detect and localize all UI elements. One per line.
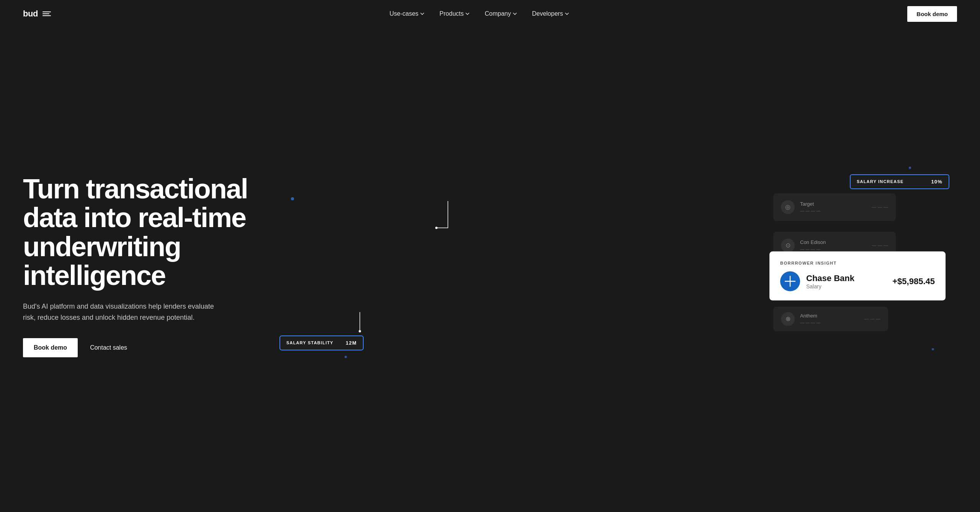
target-value: — — —: [872, 204, 888, 210]
nav-link-company[interactable]: Company: [485, 10, 516, 17]
logo-line-1: [42, 11, 51, 12]
hero-title: Turn transactional data into real-time u…: [23, 175, 260, 290]
target-label: Target: [800, 201, 820, 207]
nav-label-use-cases: Use-cases: [390, 10, 419, 17]
borrower-insight-label: BORRROWER INSIGHT: [780, 260, 935, 265]
nav-item-products[interactable]: Products: [439, 10, 469, 17]
nav-label-products: Products: [439, 10, 464, 17]
salary-increase-label: SALARY INCREASE: [857, 179, 904, 184]
nav-link-use-cases[interactable]: Use-cases: [390, 10, 425, 17]
anthem-value: — — —: [864, 316, 880, 322]
contact-sales-button[interactable]: Contact sales: [90, 344, 127, 351]
nav-link-developers[interactable]: Developers: [532, 10, 569, 17]
chevron-down-icon-2: [466, 13, 469, 15]
conedison-label: Con Edison: [800, 239, 826, 245]
bank-info: Chase Bank Salary: [806, 273, 886, 289]
svg-point-4: [359, 330, 361, 332]
logo[interactable]: bud: [23, 9, 51, 19]
target-card-text: Target — — — —: [800, 201, 820, 213]
conedison-sub: — — — —: [800, 247, 826, 251]
logo-text: bud: [23, 9, 38, 19]
conedison-icon: ⊙: [781, 239, 795, 252]
anthem-card-text: Anthem — — — —: [800, 313, 820, 325]
svg-point-3: [435, 227, 438, 229]
target-icon: ◎: [781, 200, 795, 214]
bank-row: Chase Bank Salary +$5,985.45: [780, 271, 935, 291]
book-demo-nav-button[interactable]: Book demo: [907, 6, 957, 22]
hero-section: Turn transactional data into real-time u…: [0, 28, 980, 512]
conedison-card-text: Con Edison — — — —: [800, 239, 826, 251]
anthem-sub: — — — —: [800, 320, 820, 325]
nav-label-developers: Developers: [532, 10, 563, 17]
logo-lines-icon: [42, 11, 51, 16]
dot-1: [291, 197, 294, 200]
logo-line-2: [42, 13, 49, 14]
chevron-down-icon-4: [565, 13, 569, 15]
anthem-label: Anthem: [800, 313, 820, 319]
dot-3: [345, 356, 347, 358]
bank-type: Salary: [806, 283, 886, 289]
hero-visualization: ◎ Target — — — — — — — ⊙ Con Edison — — …: [260, 151, 957, 381]
hero-content: Turn transactional data into real-time u…: [23, 175, 260, 358]
book-demo-button[interactable]: Book demo: [23, 338, 78, 357]
conedison-value: — — —: [872, 243, 888, 248]
chevron-down-icon-3: [513, 13, 517, 15]
navigation: bud Use-cases Products: [0, 0, 980, 28]
chase-bank-logo: [780, 271, 800, 291]
chase-bank-card: BORRROWER INSIGHT Chase Bank Salary +$5,…: [769, 251, 946, 300]
logo-line-3: [42, 15, 51, 16]
nav-links: Use-cases Products Company: [390, 10, 569, 17]
nav-item-use-cases[interactable]: Use-cases: [390, 10, 425, 17]
dot-2: [909, 167, 911, 169]
salary-stability-value: 12m: [346, 340, 357, 346]
target-sub: — — — —: [800, 208, 820, 213]
bank-name: Chase Bank: [806, 273, 886, 283]
salary-stability-badge: SALARY STABILITY 12m: [279, 335, 364, 350]
bg-card-anthem: ⊗ Anthem — — — — — — —: [773, 307, 888, 331]
salary-increase-value: 10%: [931, 179, 942, 185]
nav-label-company: Company: [485, 10, 511, 17]
bg-card-target: ◎ Target — — — — — — —: [773, 193, 896, 221]
hero-buttons: Book demo Contact sales: [23, 338, 260, 357]
anthem-icon: ⊗: [781, 312, 795, 326]
nav-item-company[interactable]: Company: [485, 10, 516, 17]
bank-amount: +$5,985.45: [892, 276, 935, 286]
hero-subtitle: Bud's AI platform and data visualization…: [23, 301, 222, 323]
nav-link-products[interactable]: Products: [439, 10, 469, 17]
nav-item-developers[interactable]: Developers: [532, 10, 569, 17]
salary-increase-badge: SALARY INCREASE 10%: [850, 174, 949, 189]
chevron-down-icon: [420, 13, 424, 15]
chase-logo-icon: [784, 275, 796, 287]
salary-stability-label: SALARY STABILITY: [286, 340, 333, 345]
